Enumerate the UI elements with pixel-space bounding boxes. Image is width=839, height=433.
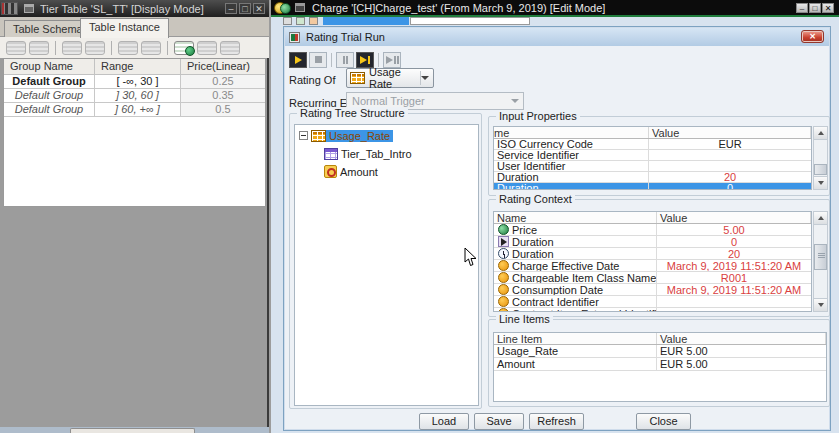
context-value: 5.00 xyxy=(657,224,811,235)
context-name: Consumption Date xyxy=(494,284,657,295)
close-button[interactable]: ✕ xyxy=(253,3,265,14)
table-tool-icon[interactable] xyxy=(197,41,217,55)
text-field-glimpse[interactable] xyxy=(410,17,530,25)
scrollbar-thumb[interactable] xyxy=(814,244,827,270)
line-item-name: Amount xyxy=(494,358,657,370)
scroll-down-button[interactable] xyxy=(814,298,827,311)
close-button[interactable]: ✕ xyxy=(822,3,834,13)
context-value xyxy=(657,308,811,312)
property-row[interactable]: Service Identifier xyxy=(494,150,811,161)
column-header[interactable]: Line Item xyxy=(494,333,657,344)
table-row[interactable]: Default Group ] 60, +∞ ] 0.5 xyxy=(4,103,265,117)
minimize-button[interactable]: – xyxy=(225,3,237,14)
column-header[interactable]: me xyxy=(494,127,649,138)
scroll-down-button[interactable] xyxy=(814,176,827,189)
context-row[interactable]: Duration 20 xyxy=(494,248,811,260)
table-display-icon[interactable] xyxy=(174,41,194,55)
column-header[interactable]: Value xyxy=(657,212,811,223)
line-item-value: EUR 5.00 xyxy=(657,345,826,357)
panel-title: Line Items xyxy=(496,313,553,325)
tab-table-schema[interactable]: Table Schema xyxy=(4,20,92,38)
context-row[interactable]: Price 5.00 xyxy=(494,224,811,236)
tree-node-amount[interactable]: Amount xyxy=(321,164,478,179)
dialog-close-button[interactable]: ✕ xyxy=(801,30,824,43)
property-row[interactable]: ISO Currency Code EUR xyxy=(494,139,811,150)
context-row[interactable]: Contract Item External Identifier xyxy=(494,308,811,312)
property-row[interactable]: User Identifier xyxy=(494,161,811,172)
close-button[interactable]: Close xyxy=(636,413,691,430)
column-header[interactable]: Price(Linear) xyxy=(181,59,265,74)
tier-table-titlebar[interactable]: Tier Table 'SL_TT' [Display Mode] – □ ✕ xyxy=(0,0,269,17)
group-name-cell: Default Group xyxy=(4,103,95,116)
property-row[interactable]: Duration 20 xyxy=(494,172,811,183)
tab-table-instance[interactable]: Table Instance xyxy=(80,18,169,38)
table-row[interactable]: Default Group ] 30, 60 ] 0.35 xyxy=(4,89,265,103)
table-tool-icon[interactable] xyxy=(62,41,82,55)
line-items-table: Line Item Value Usage_Rate EUR 5.00 xyxy=(493,332,827,402)
tree-node-label: Usage_Rate xyxy=(326,130,393,142)
flag-icon xyxy=(498,236,509,247)
stop-icon xyxy=(309,52,327,68)
table-tool-icon[interactable] xyxy=(29,41,49,55)
minimize-button[interactable]: – xyxy=(796,3,808,13)
table-tool-icon[interactable] xyxy=(6,41,26,55)
context-row[interactable]: Charge Effective Date March 9, 2019 11:5… xyxy=(494,260,811,272)
vertical-scrollbar[interactable] xyxy=(813,126,828,190)
dialog-titlebar[interactable]: Rating Trial Run xyxy=(285,28,829,46)
column-header[interactable]: Value xyxy=(649,127,811,138)
save-button[interactable]: Save xyxy=(474,413,524,430)
context-name: Contract Item External Identifier xyxy=(494,308,657,312)
toolbar-icon[interactable] xyxy=(309,17,318,25)
rating-context-rows: Price 5.00 Duration 0 xyxy=(494,224,811,312)
load-button[interactable]: Load xyxy=(419,413,469,430)
table-row[interactable]: Default Group [ -∞, 30 ] 0.25 xyxy=(4,75,265,89)
scroll-up-button[interactable] xyxy=(814,212,827,225)
price-cell: 0.25 xyxy=(181,75,265,88)
table-tool-icon[interactable] xyxy=(118,41,138,55)
column-header[interactable]: Value xyxy=(657,333,826,344)
scrollbar-thumb[interactable] xyxy=(814,164,827,175)
line-item-value: EUR 5.00 xyxy=(657,358,826,370)
property-row[interactable]: Duration 0 xyxy=(494,183,811,190)
refresh-button[interactable]: Refresh xyxy=(529,413,584,430)
context-row[interactable]: Chargeable Item Class Name R001 xyxy=(494,272,811,284)
vertical-scrollbar[interactable] xyxy=(813,211,828,312)
column-header[interactable]: Name xyxy=(494,212,657,223)
window-icon xyxy=(24,4,34,13)
range-cell: ] 30, 60 ] xyxy=(95,89,181,102)
collapse-icon[interactable] xyxy=(299,131,308,140)
charge-titlebar[interactable]: Charge '[CH]Charge_test' (From March 9, … xyxy=(271,0,839,15)
context-value: March 9, 2019 11:51:20 AM xyxy=(657,284,811,295)
table-tool-icon[interactable] xyxy=(85,41,105,55)
table-tool-icon[interactable] xyxy=(141,41,161,55)
input-properties-table: me Value ISO Currency Code EUR Servi xyxy=(493,126,812,190)
maximize-button[interactable]: □ xyxy=(239,3,251,14)
table-tool-icon[interactable] xyxy=(220,41,240,55)
context-name: Contract Identifier xyxy=(494,296,657,307)
column-header[interactable]: Group Name xyxy=(4,59,95,74)
column-header[interactable]: Range xyxy=(95,59,181,74)
rating-of-dropdown[interactable]: Usage Rate xyxy=(346,68,434,88)
panel-title: Input Properties xyxy=(496,110,580,122)
context-name: Charge Effective Date xyxy=(494,260,657,271)
tree-node-tier-tab-intro[interactable]: Tier_Tab_Intro xyxy=(321,146,478,161)
toolbar-icon[interactable] xyxy=(283,17,292,25)
tree-node-usage-rate[interactable]: Usage_Rate xyxy=(295,128,478,143)
selected-tree-item-glimpse[interactable] xyxy=(323,17,409,25)
property-name: ISO Currency Code xyxy=(494,139,649,149)
maximize-button[interactable]: □ xyxy=(809,3,821,13)
toolbar-icon[interactable] xyxy=(296,17,305,25)
run-icon[interactable] xyxy=(289,52,307,68)
clock-icon xyxy=(498,248,509,259)
partial-tab[interactable] xyxy=(70,428,195,433)
line-item-row[interactable]: Amount EUR 5.00 xyxy=(494,358,826,371)
context-row[interactable]: Duration 0 xyxy=(494,236,811,248)
context-row[interactable]: Contract Identifier xyxy=(494,296,811,308)
line-item-row[interactable]: Usage_Rate EUR 5.00 xyxy=(494,345,826,358)
context-name: Duration xyxy=(494,248,657,259)
rating-tree[interactable]: Usage_Rate Tier_Tab_Intro Amount xyxy=(294,124,479,406)
rating-tree-structure-panel: Rating Tree Structure Usage_Rate Tier_Ta… xyxy=(289,113,482,409)
scroll-up-button[interactable] xyxy=(814,127,827,140)
context-row[interactable]: Consumption Date March 9, 2019 11:51:20 … xyxy=(494,284,811,296)
pause-icon xyxy=(336,52,354,68)
